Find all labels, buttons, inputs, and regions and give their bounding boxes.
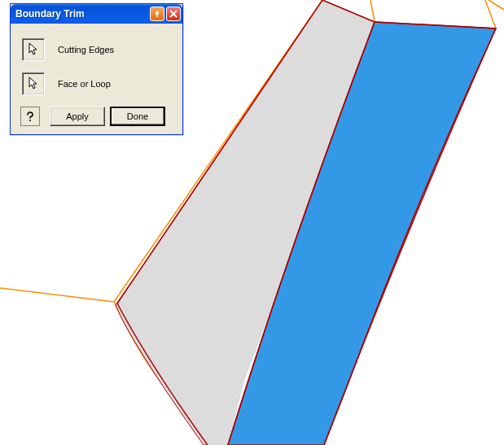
close-icon[interactable] <box>166 7 181 21</box>
dialog-title: Boundary Trim <box>15 8 150 20</box>
done-button[interactable]: Done <box>110 107 165 126</box>
cursor-icon <box>28 42 39 57</box>
done-button-label: Done <box>127 111 148 121</box>
help-icon <box>24 111 36 122</box>
select-cutting-edges-button[interactable] <box>22 38 45 61</box>
select-face-or-loop-button[interactable] <box>22 72 45 95</box>
option-cutting-edges-row: Cutting Edges <box>22 38 174 61</box>
apply-button[interactable]: Apply <box>50 107 105 126</box>
cutting-edges-label: Cutting Edges <box>58 45 114 55</box>
dialog-titlebar[interactable]: Boundary Trim <box>11 4 182 24</box>
dialog-action-row: Apply Done <box>19 107 174 126</box>
cursor-icon <box>28 76 39 91</box>
option-face-or-loop-row: Face or Loop <box>22 72 174 95</box>
dialog-body: Cutting Edges Face or Loop Apply Done <box>11 24 182 134</box>
svg-point-8 <box>156 11 159 15</box>
apply-button-label: Apply <box>66 111 89 121</box>
titlebar-buttons <box>150 7 181 21</box>
boundary-trim-dialog: Boundary Trim Cutting Edges <box>10 3 183 135</box>
face-or-loop-label: Face or Loop <box>58 79 111 89</box>
help-button[interactable] <box>20 107 40 126</box>
svg-point-12 <box>29 120 31 121</box>
pin-icon[interactable] <box>150 7 164 21</box>
